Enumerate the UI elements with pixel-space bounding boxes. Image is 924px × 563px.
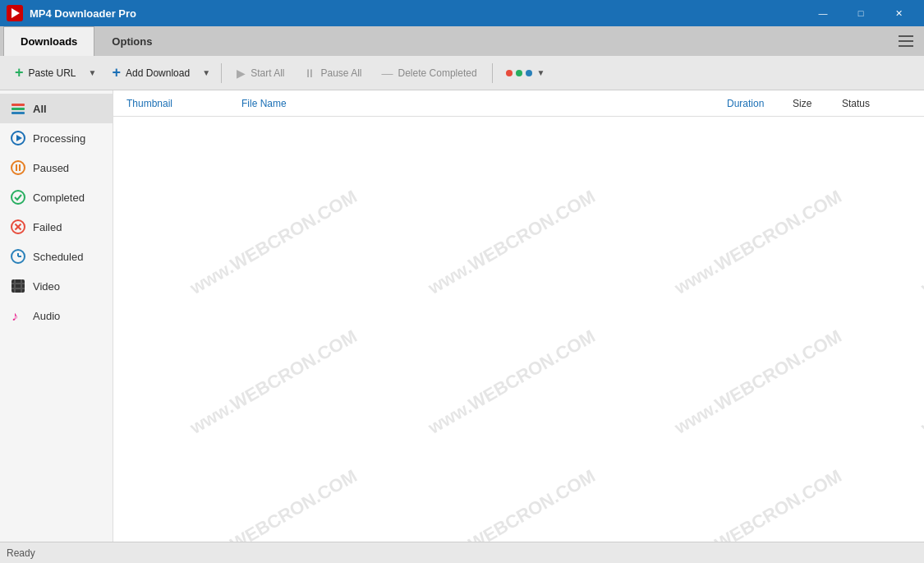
svg-rect-17 <box>14 279 16 293</box>
col-header-size: Size <box>786 98 835 109</box>
sidebar-item-paused[interactable]: Paused <box>0 153 113 182</box>
delete-completed-button[interactable]: — Delete Completed <box>374 61 485 85</box>
table-header: Thumbnail File Name Duration Size Status <box>113 90 924 117</box>
window-controls: — □ ✕ <box>804 0 917 26</box>
watermark: www.WEBCRON.COM <box>425 465 599 542</box>
add-download-button[interactable]: + Add Download <box>104 61 199 85</box>
sidebar-item-failed[interactable]: Failed <box>0 212 113 242</box>
svg-point-4 <box>11 161 25 174</box>
paste-url-icon: + <box>15 64 24 81</box>
status-text: Ready <box>7 547 35 559</box>
paste-url-dropdown[interactable]: ▼ <box>85 61 101 85</box>
dots-dropdown-icon: ▼ <box>537 68 545 77</box>
main-layout: All Processing Paused <box>0 90 924 542</box>
watermark: www.WEBCRON.COM <box>186 186 361 299</box>
status-bar: Ready <box>0 542 924 563</box>
svg-rect-16 <box>11 288 25 289</box>
watermark: www.WEBCRON.COM <box>425 186 599 299</box>
svg-text:♪: ♪ <box>11 309 18 323</box>
watermark: www.WEBCRON.COM <box>186 465 361 542</box>
toolbar: + Paste URL ▼ + Add Download ▼ ▶ Start A… <box>0 56 924 90</box>
svg-point-7 <box>11 191 25 204</box>
dot-blue <box>526 70 532 76</box>
col-header-thumbnail: Thumbnail <box>120 98 235 109</box>
svg-rect-5 <box>16 164 17 171</box>
hamburger-line-2 <box>899 40 913 42</box>
sidebar-item-completed[interactable]: Completed <box>0 182 113 212</box>
paste-url-group: + Paste URL ▼ <box>7 61 101 85</box>
watermark: www.WEBCRON.COM <box>917 186 924 299</box>
paused-icon <box>10 159 26 176</box>
toolbar-separator-1 <box>221 63 222 83</box>
app-logo <box>7 5 23 21</box>
watermark: www.WEBCRON.COM <box>425 325 599 439</box>
minimize-button[interactable]: — <box>804 0 842 26</box>
sidebar-item-video[interactable]: Video <box>0 271 113 301</box>
hamburger-line-3 <box>899 45 913 47</box>
sidebar-item-all[interactable]: All <box>0 94 113 123</box>
sidebar: All Processing Paused <box>0 90 113 542</box>
svg-rect-6 <box>19 164 21 171</box>
dot-green <box>516 70 522 76</box>
paste-url-button[interactable]: + Paste URL <box>7 61 85 85</box>
watermark: www.WEBCRON.COM <box>186 325 361 439</box>
sidebar-item-audio[interactable]: ♪ Audio <box>0 301 113 330</box>
hamburger-menu[interactable] <box>891 26 921 56</box>
watermark: www.WEBCRON.COM <box>671 325 845 439</box>
dot-red <box>506 70 513 76</box>
failed-icon <box>10 219 26 235</box>
all-icon <box>10 100 26 117</box>
add-download-group: + Add Download ▼ <box>104 61 215 85</box>
hamburger-line-1 <box>899 35 913 37</box>
more-options-button[interactable]: ▼ <box>499 61 552 85</box>
start-all-button[interactable]: ▶ Start All <box>228 61 292 85</box>
svg-rect-18 <box>21 279 22 293</box>
toolbar-separator-2 <box>492 63 493 83</box>
tab-options[interactable]: Options <box>94 26 169 56</box>
app-title: MP4 Downloader Pro <box>30 7 804 20</box>
video-icon <box>10 278 26 294</box>
completed-icon <box>10 189 26 205</box>
add-download-icon: + <box>113 64 122 81</box>
table-body: www.WEBCRON.COMwww.WEBCRON.COMwww.WEBCRO… <box>113 117 924 542</box>
col-header-duration: Duration <box>720 98 786 109</box>
svg-rect-15 <box>11 283 25 284</box>
tab-downloads[interactable]: Downloads <box>3 26 94 56</box>
col-header-status: Status <box>835 98 917 109</box>
svg-marker-3 <box>16 135 22 141</box>
watermark: www.WEBCRON.COM <box>671 465 845 542</box>
svg-rect-14 <box>11 279 25 293</box>
maximize-button[interactable]: □ <box>842 0 880 26</box>
watermark: www.WEBCRON.COM <box>917 325 924 439</box>
delete-completed-icon: — <box>382 67 393 80</box>
tabs-bar: Downloads Options <box>0 26 924 56</box>
sidebar-item-processing[interactable]: Processing <box>0 123 113 153</box>
watermark: www.WEBCRON.COM <box>917 465 924 542</box>
processing-icon <box>10 130 26 146</box>
audio-icon: ♪ <box>10 307 26 324</box>
close-button[interactable]: ✕ <box>880 0 917 26</box>
start-all-icon: ▶ <box>237 67 246 80</box>
sidebar-item-scheduled[interactable]: Scheduled <box>0 242 113 271</box>
scheduled-icon <box>10 248 26 265</box>
pause-all-button[interactable]: ⏸ Pause All <box>296 61 370 85</box>
content-area: Thumbnail File Name Duration Size Status… <box>113 90 924 542</box>
watermark: www.WEBCRON.COM <box>671 186 845 299</box>
title-bar: MP4 Downloader Pro — □ ✕ <box>0 0 924 26</box>
pause-all-icon: ⏸ <box>304 67 315 80</box>
col-header-filename: File Name <box>235 98 720 109</box>
add-download-dropdown[interactable]: ▼ <box>198 61 214 85</box>
